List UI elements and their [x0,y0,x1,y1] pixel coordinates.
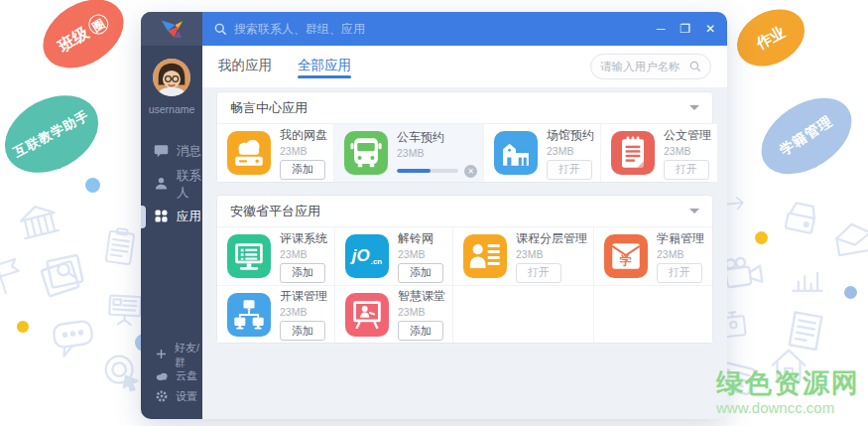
decor-chat-dots-icon [47,311,100,364]
app-name: 公车预约 [397,129,477,146]
network-icon[interactable] [227,293,271,337]
app-card[interactable]: 开课管理 23MB 添加 [217,285,335,343]
app-info: 智慧课堂 23MB 添加 [398,288,445,341]
watermark-title: 绿色资源网 [716,369,860,397]
window-topbar: 搜索联系人、群组、应用 ─ ❐ ✕ [202,12,727,46]
app-info: 场馆预约 23MB 打开 [547,127,594,180]
app-grid: 我的网盘 23MB 添加 公车预约 23MB ✕ 场馆预约 23MB 打开 [217,124,712,182]
monitor-icon[interactable] [227,234,271,278]
minimize-button[interactable]: ─ [657,23,666,35]
message-icon [154,143,169,161]
app-card[interactable]: 学 学籍管理 23MB 打开 [594,227,712,285]
section-header: 安徽省平台应用 [217,196,712,227]
empty-grid-cell [453,285,594,343]
decor-clipboard-icon [96,223,143,270]
open-button[interactable]: 打开 [547,160,592,180]
bubble-text: 作业 [753,23,788,54]
window-controls: ─ ❐ ✕ [657,23,715,35]
decor-bubble-class-circle: 班级圈 [31,0,136,82]
whiteboard-icon[interactable] [345,293,389,337]
global-search-input[interactable]: 搜索联系人、群组、应用 [214,21,365,38]
envelope-xue-icon[interactable]: 学 [604,234,648,278]
sidebar-footer-item-2[interactable]: 设置 [141,386,202,407]
decor-dot [85,178,100,193]
venue-icon[interactable] [494,131,538,175]
app-info: 解铃网 23MB 添加 [398,230,443,283]
open-button[interactable]: 打开 [516,263,561,283]
progress-fill [397,169,431,173]
app-info: 学籍管理 23MB 打开 [657,230,704,283]
search-icon [689,61,701,72]
tab-0[interactable]: 我的应用 [218,46,272,87]
sidebar-item-2[interactable]: 应用 [141,201,202,233]
section-title: 安徽省平台应用 [230,203,320,220]
app-info: 我的网盘 23MB 添加 [280,127,327,180]
bus-icon[interactable] [344,131,388,175]
document-icon[interactable] [611,131,655,175]
bubble-text: 互联教学助手 [11,106,93,161]
sidebar-footer: 好友/群云盘设置 [141,345,202,407]
add-button[interactable]: 添加 [280,263,325,283]
chevron-down-icon[interactable] [689,105,699,115]
maximize-button[interactable]: ❐ [680,23,690,35]
svg-text:学: 学 [619,253,632,267]
avatar[interactable] [153,59,190,96]
close-button[interactable]: ✕ [705,23,715,35]
app-card[interactable]: 公文管理 23MB 打开 [601,124,717,182]
app-window: username 消息联系人应用 好友/群云盘设置 搜索联系人、群组、应用 ─ … [141,12,727,419]
decor-dot [17,321,29,333]
sidebar-nav: 消息联系人应用 [141,135,202,233]
app-name: 评课系统 [280,230,327,247]
app-size: 23MB [657,248,704,260]
app-center-content: 畅言中心应用 我的网盘 23MB 添加 公车预约 23MB ✕ [202,87,727,419]
app-name: 解铃网 [398,230,443,247]
add-button[interactable]: 添加 [398,263,443,283]
app-info: 公文管理 23MB 打开 [664,127,711,180]
netdisk-icon[interactable] [227,131,271,175]
app-name: 学籍管理 [657,230,704,247]
add-button[interactable]: 添加 [398,321,443,341]
app-card[interactable]: 我的网盘 23MB 添加 [217,124,334,182]
chevron-down-icon[interactable] [689,209,699,218]
watermark-url: www.downcc.com [716,400,860,416]
bubble-text: 学籍管理 [777,112,836,160]
open-button[interactable]: 打开 [657,263,702,283]
app-info: 开课管理 23MB 添加 [280,288,327,341]
app-card[interactable]: jO.cn 解铃网 23MB 添加 [335,227,453,285]
tabs: 我的应用全部应用 [218,46,377,87]
footer-item-label: 云盘 [176,368,197,383]
course-layers-icon[interactable] [463,234,507,278]
download-progress: ✕ [397,165,477,178]
search-icon [214,23,227,36]
sidebar: username 消息联系人应用 好友/群云盘设置 [141,12,202,419]
section-title: 畅言中心应用 [230,99,308,117]
empty-grid-cell [594,285,712,343]
app-name: 场馆预约 [547,127,594,144]
sidebar-footer-item-0[interactable]: 好友/群 [141,345,202,365]
app-card[interactable]: 评课系统 23MB 添加 [217,227,335,285]
progress-track [397,169,458,173]
section-header: 畅言中心应用 [217,92,712,124]
add-button[interactable]: 添加 [280,321,325,341]
decor-bubble-student-mgmt: 学籍管理 [748,82,866,190]
jocn-logo-icon[interactable]: jO.cn [345,234,389,278]
tab-label: 我的应用 [218,58,272,72]
sidebar-item-0[interactable]: 消息 [141,135,202,168]
decor-dot [755,231,768,244]
tab-1[interactable]: 全部应用 [298,46,351,87]
add-button[interactable]: 添加 [280,160,325,180]
app-card[interactable]: 智慧课堂 23MB 添加 [335,285,453,343]
sidebar-footer-item-1[interactable]: 云盘 [141,365,202,386]
user-search-input[interactable]: 请输入用户名称 [590,54,711,79]
app-card[interactable]: 场馆预约 23MB 打开 [484,124,601,182]
app-size: 23MB [398,248,443,260]
cancel-download-icon[interactable]: ✕ [464,165,477,178]
app-card[interactable]: 课程分层管理 23MB 打开 [453,227,594,285]
app-size: 23MB [398,306,445,318]
app-name: 我的网盘 [280,127,327,144]
sidebar-item-1[interactable]: 联系人 [141,168,202,201]
sidebar-item-label: 联系人 [177,168,202,202]
app-card[interactable]: 公车预约 23MB ✕ [334,124,484,182]
open-button[interactable]: 打开 [664,160,709,180]
decor-bubble-homework: 作业 [727,0,814,77]
